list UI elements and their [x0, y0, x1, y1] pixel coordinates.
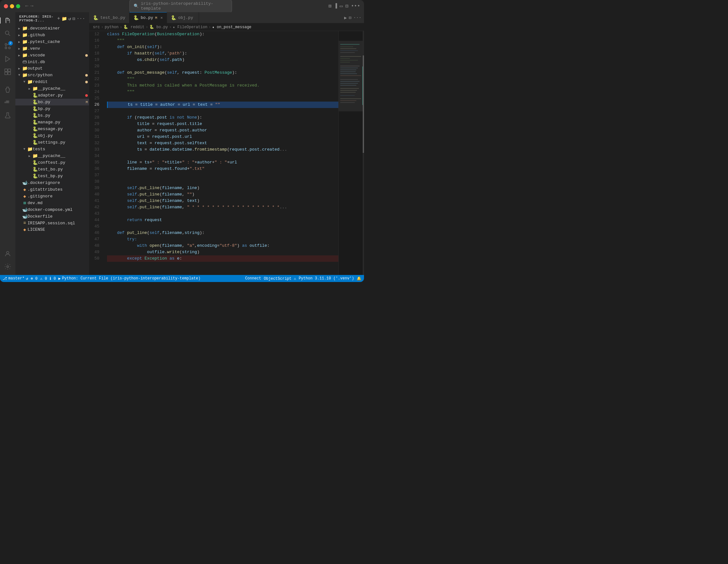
status-branch[interactable]: ⎇ master* ↺ — [3, 276, 28, 281]
run-icon[interactable]: ▶ — [344, 15, 347, 21]
tree-item-license[interactable]: ▶ ◆ LICENSE — [15, 226, 89, 233]
tree-item-dockerfile[interactable]: ▶ 🐋 Dockerfile — [15, 213, 89, 220]
collapse-all-icon[interactable]: ⊟ — [72, 16, 75, 21]
tree-item-docker-compose[interactable]: ▶ 🐋 docker-compose.yml — [15, 206, 89, 213]
breadcrumb-fileoperation[interactable]: ⬧ FileOperation — [173, 25, 207, 29]
tree-item-dockerignore[interactable]: ▶ 🐋 .dockerignore — [15, 179, 89, 186]
svg-rect-12 — [6, 102, 7, 103]
activity-icon-flask[interactable] — [2, 110, 13, 121]
tree-item-reddit[interactable]: ▼ 📁 reddit — [15, 79, 89, 85]
tab-obj[interactable]: 🐍 obj.py — [167, 12, 199, 23]
line-num-44: 44 — [89, 217, 102, 223]
tree-item-test-bp-py[interactable]: ▶ 🐍 test_bp.py — [15, 173, 89, 179]
activity-icon-search[interactable] — [2, 28, 13, 39]
sidebar-icon[interactable]: ▐ — [334, 3, 337, 9]
tree-item-github[interactable]: ▶ 📁 .github — [15, 32, 89, 38]
more-options-icon[interactable]: ··· — [77, 16, 85, 21]
refresh-icon[interactable]: ↺ — [68, 16, 71, 21]
tab-test-bo[interactable]: 🐍 test_bo.py — [89, 12, 129, 23]
tab-bar-actions: ▶ ⊟ ··· — [344, 12, 364, 23]
breadcrumb-reddit[interactable]: 🐍 reddit — [123, 25, 144, 29]
tree-item-dev-md[interactable]: ▶ ⊞ dev.md — [15, 200, 89, 206]
tab-bo-close[interactable]: ✕ — [161, 15, 163, 20]
tree-item-pytest-cache[interactable]: ▶ 📁 .pytest_cache — [15, 38, 89, 45]
code-line-22: """ — [107, 76, 338, 82]
tree-item-adapter-py[interactable]: ▶ 🐍 adapter.py — [15, 92, 89, 99]
status-python-version[interactable]: Python 3.11.10 ('.venv') — [299, 276, 354, 281]
tree-item-obj-py[interactable]: ▶ 🐍 obj.py — [15, 132, 89, 139]
tree-item-test-bo-py[interactable]: ▶ 🐍 test_bo.py — [15, 166, 89, 173]
new-folder-icon[interactable]: 📁 — [62, 16, 67, 21]
minimize-button[interactable] — [10, 4, 14, 8]
line-num-16: 16 — [89, 37, 102, 44]
status-warnings[interactable]: ⚠ 0 — [40, 276, 47, 281]
breadcrumb-src[interactable]: src — [93, 25, 100, 29]
breadcrumb-on-post-message[interactable]: ⬧ on_post_message — [212, 25, 251, 29]
status-notifications[interactable]: 🔔 — [357, 276, 361, 281]
activity-icon-extensions[interactable] — [2, 66, 13, 78]
tree-item-bp-py[interactable]: ▶ 🐍 bp.py — [15, 105, 89, 112]
activity-icon-source-control[interactable]: 2 — [2, 40, 13, 52]
activity-icon-settings[interactable] — [2, 261, 13, 272]
tree-item-settings-py[interactable]: ▶ 🐍 settings.py — [15, 139, 89, 146]
status-info[interactable]: ℹ 0 — [50, 276, 56, 281]
back-icon[interactable]: ← — [25, 3, 29, 9]
tree-item-gitattributes[interactable]: ▶ ◆ .gitattributes — [15, 186, 89, 193]
tree-item-pycache-reddit[interactable]: ▶ 📁 __pycache__ — [15, 85, 89, 92]
split-icon[interactable]: ⊟ — [345, 3, 349, 9]
breadcrumb-python[interactable]: python — [105, 25, 119, 29]
traffic-lights — [4, 4, 20, 8]
sidebar-title: EXPLORER: IRIS-PYTHON-I... — [19, 15, 57, 22]
line-num-19: 19 — [89, 57, 102, 63]
activity-icon-run[interactable] — [2, 53, 13, 65]
tree-item-message-py[interactable]: ▶ 🐍 message.py — [15, 126, 89, 132]
status-connect[interactable]: Connect — [245, 276, 261, 281]
status-errors[interactable]: ⊗ 0 — [31, 276, 38, 281]
breadcrumb-bo[interactable]: 🐍 bo.py — [149, 25, 168, 29]
panel-icon[interactable]: ▭ — [340, 3, 343, 9]
status-python-task[interactable]: ▶ Python: Current File (iris-python-inte… — [58, 276, 200, 281]
tree-item-tests[interactable]: ▼ 📁 tests — [15, 146, 89, 153]
activity-icon-files[interactable] — [2, 15, 13, 26]
titlebar-navigation: ← → — [25, 3, 33, 9]
layout-icon[interactable]: ⊞ — [328, 3, 332, 9]
search-box[interactable]: 🔍 iris-python-interoperability-template — [129, 0, 232, 12]
activity-icon-testing[interactable] — [2, 84, 13, 95]
tree-item-init-db[interactable]: ▶ 🗃 init.db — [15, 59, 89, 65]
tab-bo-badge: M — [155, 16, 157, 20]
activity-bar: 2 — [0, 12, 15, 275]
activity-icon-docker[interactable] — [2, 97, 13, 108]
tree-item-src-python[interactable]: ▼ 📁 src/python — [15, 72, 89, 79]
breadcrumb-sep3: › — [146, 25, 148, 29]
main-container: 2 EXPLORER: IRIS-PYTHON-I... + — [0, 12, 364, 275]
tree-item-irisapp-sql[interactable]: ▶ ≡ IRISAPP.session.sql — [15, 220, 89, 226]
code-line-34 — [107, 153, 338, 159]
more-tabs-icon[interactable]: ··· — [353, 15, 361, 20]
tree-item-manage-py[interactable]: ▶ 🐍 manage.py — [15, 119, 89, 126]
maximize-button[interactable] — [16, 4, 20, 8]
more-icon[interactable]: ••• — [351, 3, 360, 9]
code-line-18: if hasattr(self,'path'): — [107, 50, 338, 57]
activity-icon-account[interactable] — [2, 248, 13, 260]
split-editor-icon[interactable]: ⊟ — [349, 15, 351, 21]
errors-text: ⊗ 0 — [31, 276, 38, 281]
tab-bo[interactable]: 🐍 bo.py M ✕ — [129, 12, 167, 23]
search-icon: 🔍 — [134, 4, 139, 9]
close-button[interactable] — [4, 4, 8, 8]
tree-item-pycache-tests[interactable]: ▶ 📁 __pycache__ — [15, 153, 89, 159]
forward-icon[interactable]: → — [30, 3, 34, 9]
tree-item-bo-py[interactable]: ▶ 🐍 bo.py M — [15, 99, 89, 105]
code-content[interactable]: class FileOperation(BusinessOperation): … — [104, 31, 338, 275]
tree-item-output[interactable]: ▶ 📁 output — [15, 65, 89, 72]
tree-item-gitignore[interactable]: ▶ ◆ .gitignore — [15, 193, 89, 200]
tree-item-devcontainer[interactable]: ▶ 📁 .devcontainer — [15, 25, 89, 32]
tree-item-bs-py[interactable]: ▶ 🐍 bs.py — [15, 112, 89, 119]
tree-item-vscode[interactable]: ▶ 📁 .vscode — [15, 52, 89, 59]
new-file-icon[interactable]: + — [57, 16, 60, 21]
line-num-29: 29 — [89, 121, 102, 127]
status-objectscript[interactable]: ObjectScript ⚠ — [264, 276, 296, 281]
notifications-icon: 🔔 — [357, 276, 361, 281]
breadcrumb-sep4: › — [169, 25, 171, 29]
tree-item-venv[interactable]: ▶ 📁 .venv — [15, 45, 89, 52]
tree-item-conftest-py[interactable]: ▶ 🐍 conftest.py — [15, 159, 89, 166]
